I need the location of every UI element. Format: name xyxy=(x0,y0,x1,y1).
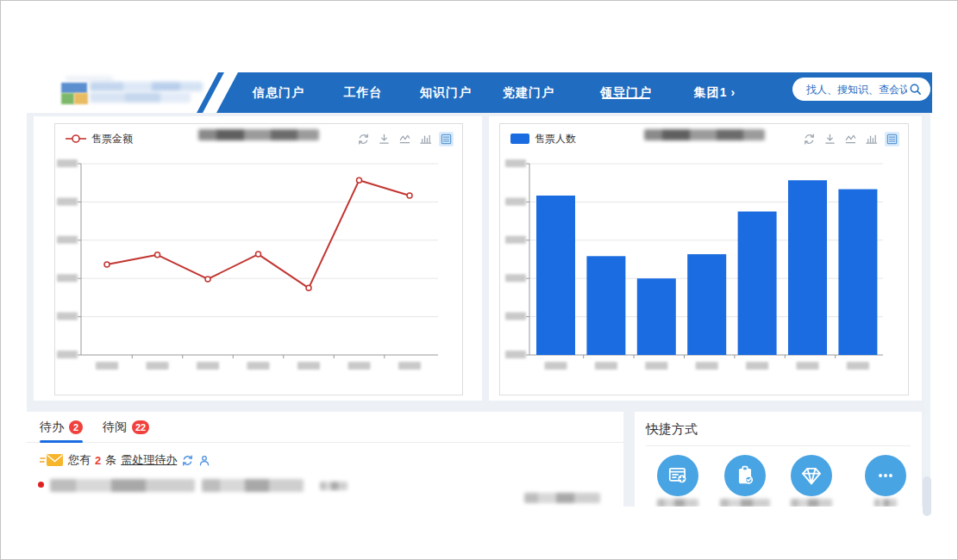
todo-panel: 待办 2 待阅 22 您有 2 条 需处理待办 xyxy=(27,412,623,507)
line-chart-widget: 售票金额 xyxy=(54,123,463,395)
download-icon[interactable] xyxy=(377,132,391,146)
search-input[interactable] xyxy=(805,83,909,96)
line-chart-icon[interactable] xyxy=(398,132,412,146)
tab-label: 待阅 xyxy=(103,420,127,435)
chart-toolbar xyxy=(802,132,899,146)
mail-icon xyxy=(40,451,64,469)
nav-item-party-portal[interactable]: 党建门户 xyxy=(503,72,554,113)
chevron-right-icon: › xyxy=(731,85,736,99)
shortcut-more[interactable] xyxy=(865,455,906,496)
tab-divider xyxy=(27,442,623,443)
nav-item-leader-portal[interactable]: 领导门户 xyxy=(600,72,652,113)
line-chart-header: 售票金额 xyxy=(55,124,462,153)
shortcut-data-query[interactable] xyxy=(657,455,698,496)
legend-label[interactable]: 售票金额 xyxy=(91,132,133,146)
bar-chart xyxy=(500,124,908,395)
logo-block-blue xyxy=(61,83,87,93)
tab-label: 待办 xyxy=(40,420,64,435)
diamond-icon xyxy=(799,464,823,488)
line-chart xyxy=(55,124,462,395)
scrollbar-thumb[interactable] xyxy=(923,476,931,516)
shortcuts-panel-title: 快捷方式 xyxy=(646,421,698,438)
logo-text-redacted xyxy=(90,92,191,103)
nav-item-label: 信息门户 xyxy=(253,85,304,99)
more-dots-icon xyxy=(874,464,897,487)
active-tab-underline xyxy=(40,440,83,443)
shortcut-label-redacted xyxy=(720,499,770,507)
pending-todo-link[interactable]: 需处理待办 xyxy=(121,452,177,468)
scrollbar-track[interactable] xyxy=(924,115,930,505)
nav-item-group1[interactable]: 集团1› xyxy=(694,72,736,113)
logo-text-redacted xyxy=(90,82,203,91)
table-view-icon[interactable] xyxy=(885,132,899,146)
chart-title-redacted xyxy=(644,129,765,140)
clipboard-check-icon xyxy=(734,464,756,487)
legend-label[interactable]: 售票人数 xyxy=(535,132,576,146)
download-icon[interactable] xyxy=(823,132,837,146)
list-item-text-redacted[interactable] xyxy=(50,479,195,492)
list-item-text-redacted[interactable] xyxy=(202,479,304,492)
nav-item-info-portal[interactable]: 信息门户 xyxy=(253,72,304,113)
tab-todo[interactable]: 待办 2 xyxy=(40,420,83,435)
todo-count-badge: 2 xyxy=(69,420,83,434)
panel-divider xyxy=(646,445,911,446)
search-icon[interactable] xyxy=(909,83,922,96)
message-count: 2 xyxy=(95,454,101,467)
nav-item-workbench[interactable]: 工作台 xyxy=(344,72,383,113)
tab-toread[interactable]: 待阅 22 xyxy=(103,420,149,435)
shortcut-gem[interactable] xyxy=(791,455,832,496)
refresh-icon[interactable] xyxy=(181,454,194,467)
person-icon[interactable] xyxy=(198,454,210,467)
message-text: 条 xyxy=(105,452,116,468)
app-window: 信息门户 工作台 知识门户 党建门户 领导门户 集团1› 售票金额 xyxy=(0,0,958,560)
nav-item-knowledge-portal[interactable]: 知识门户 xyxy=(420,72,472,113)
data-query-icon xyxy=(667,464,689,487)
shortcut-label-redacted xyxy=(791,499,832,507)
bar-legend-swatch-icon xyxy=(510,134,529,144)
refresh-icon[interactable] xyxy=(802,132,817,146)
table-view-icon[interactable] xyxy=(439,132,454,146)
chart-toolbar xyxy=(356,132,454,146)
line-legend-marker-icon xyxy=(66,134,86,144)
shortcut-clipboard[interactable] xyxy=(724,455,766,496)
active-nav-underline xyxy=(602,97,650,99)
nav-item-label: 工作台 xyxy=(344,85,383,99)
search-box[interactable] xyxy=(792,78,930,101)
list-item-bullet xyxy=(38,482,44,488)
nav-item-label: 知识门户 xyxy=(420,85,472,99)
shortcuts-panel: 快捷方式 xyxy=(635,412,922,507)
list-item-text-redacted xyxy=(320,482,348,490)
todo-message-row: 您有 2 条 需处理待办 xyxy=(40,450,210,470)
bar-chart-header: 售票人数 xyxy=(500,124,908,153)
line-chart-icon[interactable] xyxy=(843,132,858,146)
toread-count-badge: 22 xyxy=(132,420,149,434)
logo-block-orange xyxy=(74,93,88,104)
list-item-date-redacted xyxy=(524,493,600,503)
refresh-icon[interactable] xyxy=(356,132,371,146)
message-text: 您有 xyxy=(68,452,91,468)
logo-block-green xyxy=(61,93,74,104)
shortcut-label-redacted xyxy=(657,499,698,507)
chart-title-redacted xyxy=(198,129,319,140)
bar-chart-widget: 售票人数 xyxy=(499,123,909,395)
logo-blur-strip xyxy=(66,76,113,82)
shortcut-label-redacted xyxy=(874,499,897,507)
bar-chart-icon[interactable] xyxy=(864,132,879,146)
bar-chart-icon[interactable] xyxy=(418,132,433,146)
nav-item-label: 集团1 xyxy=(694,85,728,99)
nav-item-label: 党建门户 xyxy=(503,85,554,99)
